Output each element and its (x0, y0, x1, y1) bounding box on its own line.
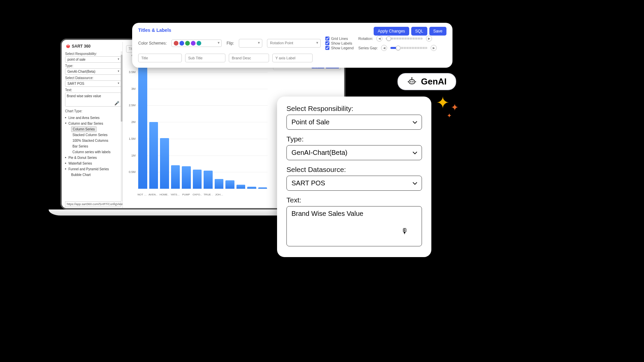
color-schemes-label: Color Schemes: (138, 41, 167, 46)
tree-waterfall[interactable]: Waterfall Series (65, 161, 121, 166)
bar[interactable] (258, 187, 267, 189)
config-sidebar: SART 360 Select Responsibility: point of… (64, 42, 123, 208)
chevron-down-icon (412, 150, 418, 156)
chart-type-tree: Line and Area Series Column and Bar Seri… (65, 115, 121, 178)
gridlines-checkbox[interactable]: Grid Lines (325, 37, 354, 41)
rotation-left-icon[interactable]: ◀ (376, 36, 382, 42)
card-resp-select[interactable]: Point of Sale (286, 115, 422, 130)
tree-line-area[interactable]: Line and Area Series (65, 115, 121, 121)
bar[interactable] (160, 138, 169, 189)
title-input[interactable] (138, 54, 182, 62)
chart-area: 0.5M1M1.5M2M2.5M3M3.5M4M NOT …AVEN…HOME…… (126, 55, 269, 196)
bar[interactable] (182, 166, 191, 189)
showlabels-checkbox[interactable]: Show Labels (325, 41, 354, 45)
tree-column-bar[interactable]: Column and Bar Series (65, 121, 121, 126)
datasource-label: Select Datasource: (65, 76, 121, 80)
showlegend-checkbox[interactable]: Show Legend (325, 46, 354, 50)
bar[interactable] (138, 59, 147, 189)
bar[interactable] (171, 165, 180, 189)
yaxis-input[interactable] (272, 54, 313, 62)
text-input-value: Brand wise sales value (67, 94, 101, 98)
y-axis: 0.5M1M1.5M2M2.5M3M3.5M4M (126, 55, 136, 189)
type-select[interactable]: GenAI-Chart(Beta) (65, 68, 121, 75)
rotation-right-icon[interactable]: ▶ (426, 36, 432, 42)
tree-leaf-col-labels[interactable]: Column series with labels (65, 149, 121, 155)
responsibility-label: Select Responsibility: (65, 52, 121, 56)
status-bar: https://app.sart360.com/SART/ConfigViewD… (65, 201, 121, 207)
tree-pie-donut[interactable]: Pie & Donut Series (65, 155, 121, 161)
bar[interactable] (193, 170, 202, 189)
datasource-select[interactable]: SART POS (65, 80, 121, 87)
genai-badge: GenAI (397, 73, 456, 90)
text-label: Text: (65, 88, 121, 92)
tree-leaf-100-stacked[interactable]: 100% Stacked Columns (65, 138, 121, 143)
responsibility-select[interactable]: point of sale (65, 56, 121, 63)
rotation-point-select[interactable]: Rotation Point (267, 39, 321, 48)
bar[interactable] (149, 122, 158, 189)
titles-labels-toolbar: Apply Changes SQL Save Titles & Labels C… (132, 23, 452, 68)
bar[interactable] (215, 179, 224, 189)
tree-leaf-stacked-col[interactable]: Stacked Column Series (65, 132, 121, 138)
cube-icon (66, 44, 70, 49)
card-resp-label: Select Responsibility: (286, 105, 422, 113)
card-text-label: Text: (286, 196, 422, 204)
card-ds-label: Select Datasource: (286, 166, 422, 174)
chart-type-label: Chart Type: (65, 109, 121, 113)
bar[interactable] (225, 180, 234, 189)
robot-icon (407, 77, 417, 87)
mic-icon[interactable]: 🎤 (114, 101, 119, 106)
card-ds-select[interactable]: SART POS (286, 176, 422, 191)
save-button[interactable]: Save (429, 27, 446, 36)
brand-input[interactable] (229, 54, 269, 62)
bar[interactable] (247, 187, 256, 189)
tree-leaf-column-series[interactable]: Column Series (71, 126, 97, 132)
card-type-select[interactable]: GenAI-Chart(Beta) (286, 145, 422, 160)
svg-point-1 (410, 81, 412, 82)
card-text-input[interactable] (286, 206, 422, 246)
plot-area (138, 55, 268, 189)
color-scheme-select[interactable] (171, 40, 222, 47)
text-input[interactable]: Brand wise sales value 🎤 (65, 93, 121, 107)
genai-text: GenAI (421, 76, 447, 87)
card-type-label: Type: (286, 135, 422, 143)
chevron-down-icon (412, 181, 418, 186)
flip-label: Flip: (226, 41, 234, 46)
sidebar-scrollbar[interactable] (121, 51, 122, 201)
tree-bubble[interactable]: Bubble Chart (65, 172, 121, 178)
flip-select[interactable] (239, 39, 262, 48)
mic-icon[interactable]: 🎙 (401, 227, 409, 236)
seriesgap-slider[interactable] (390, 47, 427, 49)
seriesgap-label: Series Gap: (358, 46, 378, 50)
bar[interactable] (204, 171, 213, 189)
svg-point-4 (411, 77, 412, 78)
bar[interactable] (236, 185, 246, 189)
x-axis: NOT …AVEN…HOME…YATS…PUMPOXFO…TRUE …JOH… (138, 193, 268, 196)
rotation-slider[interactable] (386, 38, 423, 40)
genai-form-card: Select Responsibility: Point of Sale Typ… (277, 97, 431, 257)
sql-button[interactable]: SQL (411, 27, 427, 36)
chevron-down-icon (412, 120, 418, 125)
tree-leaf-bar-series[interactable]: Bar Series (65, 143, 121, 149)
brand-logo: SART 360 (65, 43, 121, 51)
tree-funnel[interactable]: Funnel and Pyramid Series (65, 166, 121, 172)
seriesgap-right-icon[interactable]: ▶ (431, 45, 437, 51)
svg-point-2 (412, 81, 414, 82)
apply-changes-button[interactable]: Apply Changes (374, 27, 409, 36)
subtitle-input[interactable] (185, 54, 225, 62)
rotation-label: Rotation: (358, 37, 373, 41)
seriesgap-left-icon[interactable]: ◀ (381, 45, 387, 51)
svg-rect-0 (409, 79, 415, 84)
type-label: Type: (65, 64, 121, 68)
